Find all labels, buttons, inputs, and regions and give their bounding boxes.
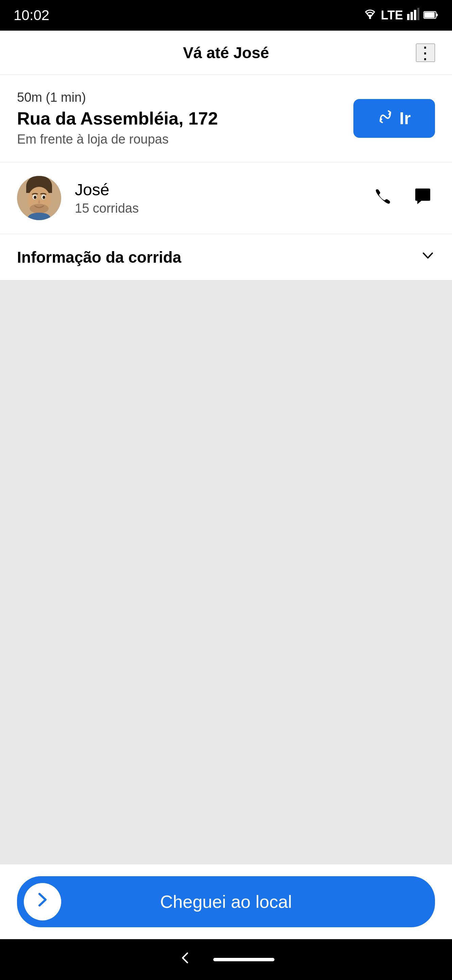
status-time: 10:02 xyxy=(14,7,49,24)
wifi-icon xyxy=(363,8,377,23)
go-button-label: Ir xyxy=(399,108,411,128)
chat-button[interactable] xyxy=(411,184,435,212)
svg-rect-7 xyxy=(425,12,435,18)
ride-info-label: Informação da corrida xyxy=(17,248,181,266)
go-button[interactable]: Ir xyxy=(354,99,435,138)
main-content: Vá até José ⋮ 50m (1 min) Rua da Assembl… xyxy=(0,30,452,939)
signal-icon xyxy=(407,8,419,23)
driver-actions xyxy=(369,184,435,212)
destination-info: 50m (1 min) Rua da Assembléia, 172 Em fr… xyxy=(17,90,354,147)
svg-rect-3 xyxy=(414,10,416,20)
driver-info: José 15 corridas xyxy=(75,180,355,216)
battery-icon xyxy=(423,8,438,22)
home-indicator xyxy=(213,958,274,961)
arrived-button-circle xyxy=(24,883,61,920)
svg-marker-20 xyxy=(417,201,421,204)
svg-rect-1 xyxy=(407,14,409,20)
destination-address: Rua da Assembléia, 172 xyxy=(17,108,354,129)
call-button[interactable] xyxy=(369,184,393,212)
arrived-button[interactable]: Cheguei ao local xyxy=(17,876,435,927)
destination-note: Em frente à loja de roupas xyxy=(17,132,354,147)
driver-name: José xyxy=(75,180,355,199)
app-bar: Vá até José ⋮ xyxy=(0,30,452,75)
status-bar: 10:02 LTE xyxy=(0,0,452,30)
chevron-down-icon xyxy=(421,248,435,266)
menu-button[interactable]: ⋮ xyxy=(416,43,435,62)
map-area xyxy=(0,280,452,864)
app-bar-title: Vá até José xyxy=(183,43,269,62)
lte-label: LTE xyxy=(381,8,403,22)
bottom-action: Cheguei ao local xyxy=(0,864,452,939)
destination-distance: 50m (1 min) xyxy=(17,90,354,105)
phone-icon xyxy=(373,189,390,208)
svg-rect-4 xyxy=(417,8,419,20)
nav-bar xyxy=(0,939,452,980)
svg-point-18 xyxy=(30,204,49,213)
status-icons: LTE xyxy=(363,8,438,23)
destination-section: 50m (1 min) Rua da Assembléia, 172 Em fr… xyxy=(0,75,452,162)
svg-rect-6 xyxy=(436,14,438,16)
driver-section: José 15 corridas xyxy=(0,162,452,234)
chevron-right-icon xyxy=(33,891,52,913)
svg-point-0 xyxy=(369,17,371,19)
ride-info-section[interactable]: Informação da corrida xyxy=(0,234,452,280)
back-arrow-icon[interactable] xyxy=(178,950,193,969)
svg-point-17 xyxy=(44,197,45,198)
chat-icon xyxy=(414,189,431,208)
avatar xyxy=(17,176,61,220)
arrived-button-label: Cheguei ao local xyxy=(61,891,391,912)
driver-rides: 15 corridas xyxy=(75,201,355,216)
svg-point-16 xyxy=(35,197,36,198)
route-icon xyxy=(377,109,393,128)
svg-rect-2 xyxy=(411,12,413,20)
svg-rect-19 xyxy=(415,189,430,201)
